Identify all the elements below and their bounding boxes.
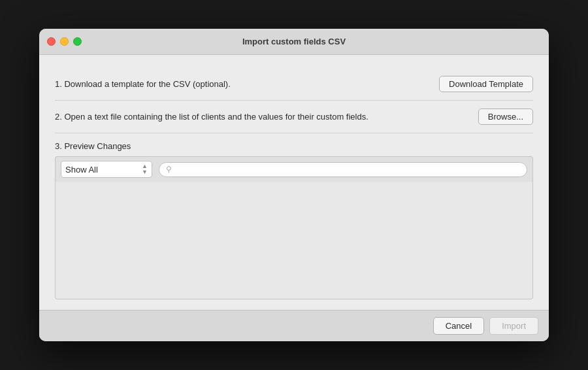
show-all-label: Show All	[65, 165, 98, 175]
step2-row: 2. Open a text file containing the list …	[55, 101, 533, 133]
preview-label: 3. Preview Changes	[55, 133, 533, 156]
preview-table-area	[55, 182, 533, 299]
dialog-footer: Cancel Import	[39, 310, 549, 341]
download-template-button[interactable]: Download Template	[439, 76, 533, 92]
import-dialog: Import custom fields CSV 1. Download a t…	[39, 29, 549, 341]
close-button[interactable]	[47, 37, 56, 46]
step1-text: 1. Download a template for the CSV (opti…	[55, 79, 439, 89]
traffic-light-buttons	[47, 37, 82, 46]
step2-text: 2. Open a text file containing the list …	[55, 112, 478, 122]
dialog-title: Import custom fields CSV	[242, 37, 346, 46]
browse-button[interactable]: Browse...	[478, 109, 533, 125]
minimize-button[interactable]	[60, 37, 69, 46]
maximize-button[interactable]	[73, 37, 82, 46]
show-all-select[interactable]: Show All ▲▼	[61, 161, 152, 178]
search-box[interactable]: ⚲	[159, 162, 527, 177]
dialog-body: 1. Download a template for the CSV (opti…	[39, 55, 549, 310]
import-button[interactable]: Import	[489, 317, 538, 335]
title-bar: Import custom fields CSV	[39, 29, 549, 55]
select-arrows-icon: ▲▼	[142, 163, 148, 175]
step1-row: 1. Download a template for the CSV (opti…	[55, 68, 533, 101]
search-icon: ⚲	[166, 165, 172, 174]
search-input[interactable]	[175, 165, 520, 175]
preview-controls-bar: Show All ▲▼ ⚲	[55, 156, 533, 182]
cancel-button[interactable]: Cancel	[433, 317, 484, 335]
step3-section: 3. Preview Changes Show All ▲▼ ⚲	[55, 133, 533, 299]
